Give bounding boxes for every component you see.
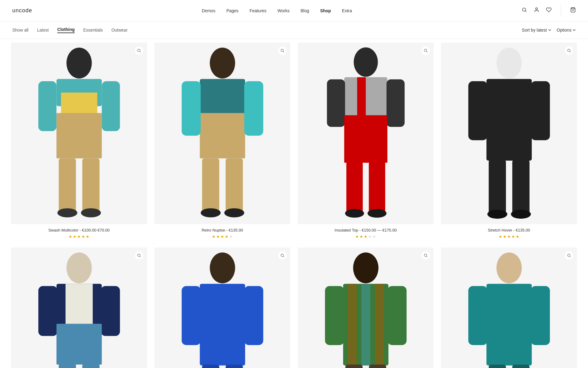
product-image-wrap[interactable] (154, 43, 290, 224)
nav-item-blog[interactable]: Blog (301, 8, 309, 13)
svg-rect-10 (38, 81, 56, 131)
svg-rect-80 (345, 365, 362, 368)
svg-rect-79 (387, 286, 406, 345)
svg-rect-55 (101, 286, 120, 336)
star-icon: ★ (499, 234, 502, 239)
svg-point-86 (496, 252, 522, 283)
svg-rect-88 (468, 286, 487, 345)
nav-item-extra[interactable]: Extra (342, 8, 352, 13)
svg-rect-68 (225, 365, 243, 368)
product-info: Swash Multicolor - €100.00 €70.00★★★★★ (11, 224, 147, 240)
product-card: Timber Flannel - €85.00★★★★★ (294, 244, 437, 368)
product-name: Insulated Top - €150.00 — €175.00 (299, 228, 432, 232)
svg-point-41 (496, 48, 522, 79)
product-image-wrap[interactable] (441, 247, 577, 368)
nav-item-works[interactable]: Works (277, 8, 289, 13)
product-name: Swash Multicolor - €100.00 €70.00 (12, 228, 146, 232)
svg-rect-46 (512, 160, 529, 214)
svg-rect-45 (488, 160, 506, 214)
svg-rect-13 (82, 158, 99, 213)
product-name: Stretch Hover - €135.00 (442, 228, 576, 232)
product-card: Apex Softshell - €145.00★★★★★ (437, 244, 581, 368)
product-image-wrap[interactable] (11, 247, 147, 368)
product-figure (441, 43, 577, 224)
product-card: Swash Multicolor - €100.00 €70.00★★★★★ (7, 39, 151, 244)
heart-icon[interactable] (546, 7, 552, 14)
svg-rect-36 (369, 162, 385, 213)
product-figure (298, 247, 434, 368)
nav-item-demos[interactable]: Demos (202, 8, 215, 13)
sort-label: Sort by latest (522, 28, 547, 33)
svg-point-63 (210, 252, 235, 283)
filter-essentials[interactable]: Essentials (83, 28, 103, 33)
options-button[interactable]: Options (557, 28, 576, 33)
svg-point-26 (224, 208, 244, 217)
star-icon: ★ (225, 234, 228, 239)
star-icon: ★ (81, 234, 85, 239)
product-image-wrap[interactable] (298, 43, 434, 224)
svg-rect-67 (202, 365, 219, 368)
star-icon: ★ (229, 234, 233, 239)
svg-point-2 (536, 8, 537, 10)
product-name: Retro Nuptse - €135.00 (156, 228, 289, 232)
product-image-wrap[interactable] (298, 247, 434, 368)
product-card: Retro Nuptse - €135.00★★★★★ (151, 39, 294, 244)
star-icon: ★ (73, 234, 77, 239)
svg-point-38 (368, 209, 386, 218)
svg-rect-20 (200, 113, 245, 158)
nav-item-features[interactable]: Features (250, 8, 266, 13)
svg-point-47 (487, 210, 507, 219)
svg-rect-78 (325, 286, 344, 345)
svg-rect-81 (369, 365, 386, 368)
product-stars: ★★★★★ (299, 234, 432, 239)
svg-rect-31 (357, 77, 366, 116)
user-icon[interactable] (534, 7, 539, 14)
svg-rect-65 (182, 286, 201, 345)
svg-point-29 (354, 48, 378, 77)
site-logo[interactable]: uncode (12, 7, 32, 14)
filter-clothing[interactable]: Clothing (57, 27, 75, 33)
star-icon: ★ (507, 234, 511, 239)
filter-outwear[interactable]: Outwear (111, 28, 128, 33)
svg-rect-75 (348, 284, 357, 365)
star-icon: ★ (360, 234, 363, 239)
filter-latest[interactable]: Latest (37, 28, 49, 33)
filter-right: Sort by latest Options (522, 28, 576, 33)
svg-point-15 (81, 208, 101, 217)
cart-icon[interactable] (570, 7, 576, 14)
svg-rect-32 (327, 79, 345, 127)
product-card: Coastal Jacket - €120.00★★★★★ (7, 244, 151, 368)
star-icon: ★ (69, 234, 72, 239)
star-icon: ★ (511, 234, 515, 239)
svg-point-25 (201, 208, 221, 217)
svg-point-6 (66, 48, 92, 79)
nav-item-pages[interactable]: Pages (226, 8, 239, 13)
star-icon: ★ (77, 234, 81, 239)
svg-rect-64 (200, 284, 245, 365)
svg-point-73 (353, 252, 379, 283)
sort-button[interactable]: Sort by latest (522, 28, 551, 33)
product-info: Retro Nuptse - €135.00★★★★★ (154, 224, 290, 240)
star-icon: ★ (355, 234, 359, 239)
filter-show-all[interactable]: Show all (12, 28, 28, 33)
product-card: Stretch Hover - €135.00★★★★★ (437, 39, 581, 244)
svg-point-18 (210, 48, 235, 79)
product-image-wrap[interactable] (441, 43, 577, 224)
product-figure (11, 247, 147, 368)
svg-point-51 (66, 252, 92, 283)
svg-rect-87 (486, 284, 532, 365)
svg-rect-11 (102, 81, 120, 131)
svg-rect-44 (531, 81, 550, 140)
star-icon: ★ (221, 234, 224, 239)
product-stars: ★★★★★ (442, 234, 576, 239)
product-image-wrap[interactable] (11, 43, 147, 224)
star-icon: ★ (364, 234, 368, 239)
svg-rect-24 (225, 158, 243, 213)
svg-rect-23 (202, 158, 219, 213)
star-icon: ★ (86, 234, 89, 239)
search-icon[interactable] (522, 7, 527, 14)
product-image-wrap[interactable] (154, 247, 290, 368)
product-grid: Swash Multicolor - €100.00 €70.00★★★★★ R… (0, 39, 588, 368)
svg-rect-90 (488, 365, 506, 368)
nav-item-shop[interactable]: Shop (320, 8, 331, 13)
